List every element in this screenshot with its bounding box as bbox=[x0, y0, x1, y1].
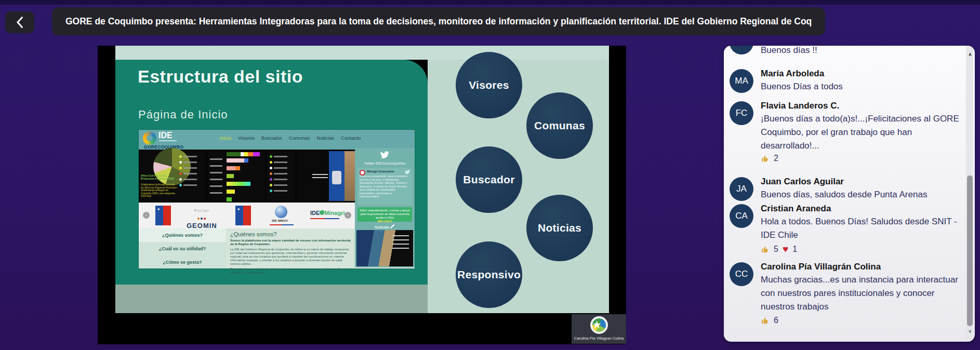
ide-logo-text: IDE bbox=[158, 131, 173, 140]
tweet-text: Estamos preparando, para el próximo vier… bbox=[360, 174, 410, 198]
chat-message-text: Buenos días, saludos desde Punta Arenas bbox=[761, 188, 964, 201]
bar-labels bbox=[210, 158, 222, 194]
chat-scrollbar-thumb[interactable] bbox=[967, 176, 973, 326]
legend-list bbox=[179, 155, 197, 186]
dashboard-pie-panel: Sitios Con Figura De Protección Ambienta… bbox=[139, 151, 206, 201]
about-paragraph: La IDE del Gobierno Regional de Coquimbo… bbox=[230, 248, 351, 266]
bubble-visores: Visores bbox=[456, 52, 522, 118]
chat-message-text: Buenos días !! bbox=[761, 46, 964, 57]
site-nav-comunas: Comunas bbox=[289, 135, 310, 141]
map-region-shape bbox=[332, 171, 341, 184]
ide-minvu-label: IDE MINVU bbox=[272, 219, 288, 222]
pie-panel-title: Sitios Con Figura De Protección Ambienta… bbox=[141, 174, 177, 180]
ide-chile-link: IDE CHILE bbox=[378, 220, 392, 223]
dashboard-map-panel bbox=[297, 151, 355, 201]
site-nav-visores: Visores bbox=[238, 135, 255, 141]
about-content: ¿Quiénes somos? Somos la plataforma con … bbox=[230, 231, 351, 276]
chat-author: Flavia Landeros C. bbox=[761, 101, 839, 111]
site-nav-contacto: Contacto bbox=[341, 135, 361, 141]
site-dashboard: Sitios Con Figura De Protección Ambienta… bbox=[139, 150, 355, 203]
bar-chart bbox=[227, 158, 250, 201]
chat-author: María Arboleda bbox=[761, 69, 824, 79]
presenter-logo-icon: ★ bbox=[590, 316, 608, 334]
carousel-prev-icon: ‹ bbox=[143, 212, 150, 219]
live-chat-panel: BV Buenos días !! MA María Arboleda Buen… bbox=[724, 46, 975, 342]
thumbs-up-icon bbox=[761, 245, 770, 254]
back-chevron-icon bbox=[16, 16, 24, 29]
back-button[interactable] bbox=[5, 11, 34, 33]
site-nav-inicio: Inicio bbox=[220, 135, 231, 141]
slide-title: Estructura del sitio bbox=[138, 66, 303, 87]
top-strip bbox=[0, 0, 980, 5]
avatar[interactable]: CA bbox=[730, 204, 753, 228]
ministerio-logo: ★ bbox=[235, 206, 251, 225]
chat-author: Juan Carlos Aguilar bbox=[761, 177, 844, 187]
avatar[interactable]: MA bbox=[730, 69, 753, 93]
map-labels bbox=[312, 174, 328, 178]
pencil-icon bbox=[390, 224, 395, 228]
about-lead: Somos la plataforma con la mayor cantida… bbox=[230, 239, 351, 246]
heart-icon: ♥ bbox=[783, 245, 788, 253]
tweet-avatar bbox=[360, 170, 365, 176]
ide-minagri-logo: IDEMinagri bbox=[310, 210, 345, 216]
bubble-buscador: Buscador bbox=[456, 146, 522, 213]
ide-logo-icon bbox=[143, 131, 156, 145]
chat-message-text: Buenos Días a todos bbox=[761, 80, 964, 93]
stacked-bar bbox=[227, 152, 260, 156]
slide-footer-band bbox=[115, 285, 428, 313]
avatar[interactable]: JA bbox=[730, 177, 753, 201]
video-title: GORE de Coquimbo presenta: Herramientas … bbox=[65, 16, 812, 27]
scroll-up-icon[interactable]: ▲ bbox=[968, 51, 973, 57]
thumbs-up-icon bbox=[761, 154, 770, 163]
app-window: GORE de Coquimbo presenta: Herramientas … bbox=[0, 0, 980, 350]
tab-quienes-somos: ¿Quiénes somos? bbox=[139, 228, 226, 242]
slide-top-strip bbox=[115, 46, 609, 60]
news-thumbnail bbox=[356, 230, 413, 266]
avatar[interactable]: CC bbox=[730, 262, 753, 286]
twitter-widget: Twitter IDEGorecoquimbo Minagri Araucaní… bbox=[355, 148, 415, 267]
reaction-count: 5 ♥ 1 bbox=[761, 245, 797, 254]
chat-message-text: ¡Buenos días a todo(a)s!...¡Felicitacion… bbox=[761, 112, 964, 153]
about-paragraph: Este trabajo es impulsado desde la regió… bbox=[230, 267, 351, 275]
about-heading: ¿Quiénes somos? bbox=[230, 231, 351, 237]
gobierno-chile-logo: ★ bbox=[155, 206, 171, 225]
avatar[interactable]: FC bbox=[730, 101, 753, 125]
reaction-count: 2 bbox=[761, 154, 778, 163]
carousel-next-icon: › bbox=[345, 212, 351, 219]
site-header: IDE GORECOQUIMBO Inicio Visores Buscador… bbox=[139, 130, 415, 150]
minagri-underline bbox=[310, 218, 339, 219]
avatar[interactable]: BV bbox=[730, 46, 753, 55]
chat-message-text: Muchas gracias...es una instancia para i… bbox=[761, 273, 964, 314]
dashboard-legend-panel bbox=[267, 151, 295, 201]
map-land bbox=[345, 151, 355, 201]
chat-author: Cristian Araneda bbox=[761, 204, 831, 214]
noticias-label: Noticias bbox=[355, 224, 415, 230]
tab-como-se-gesta: ¿Cómo se gesta? bbox=[139, 255, 226, 269]
ide-minvu-globe-icon bbox=[275, 206, 287, 218]
site-nav-noticias: Noticias bbox=[317, 135, 335, 141]
bubble-noticias: Noticias bbox=[526, 195, 593, 261]
bubble-comunas: Comunas bbox=[526, 92, 593, 159]
about-tabs: ¿Quiénes somos? ¿Cuál es su utilidad? ¿C… bbox=[139, 228, 226, 268]
twitter-banner: Sobre estandarización, normas y apoyo pa… bbox=[357, 207, 412, 222]
presenter-name: Carolina Pia Villagran Colina bbox=[572, 336, 626, 341]
presenter-webcam-thumbnail: ★ Carolina Pia Villagran Colina bbox=[572, 314, 626, 344]
dashboard-bar-panel bbox=[208, 151, 265, 201]
site-nav-buscador: Buscador bbox=[261, 135, 282, 141]
legend-list bbox=[270, 155, 287, 192]
portal-geomin-logo: Portal GEOMIN bbox=[187, 209, 217, 230]
site-logo-carousel: ‹ ★ Portal GEOMIN ★ IDE MINVU IDEMinagri… bbox=[139, 203, 355, 228]
pie-panel-text: Colaboramos la Actualización de los Siti… bbox=[141, 183, 177, 198]
tweet-bird-icon bbox=[405, 170, 410, 174]
reaction-count: 6 bbox=[761, 316, 778, 325]
thumbs-up-icon bbox=[761, 316, 770, 325]
tab-utilidad: ¿Cuál es su utilidad? bbox=[139, 242, 226, 255]
twitter-widget-title: Twitter IDEGorecoquimbo bbox=[355, 161, 415, 165]
scroll-down-icon[interactable]: ▼ bbox=[968, 329, 973, 334]
site-nav: Inicio Visores Buscador Comunas Noticias… bbox=[220, 135, 361, 141]
website-screenshot: IDE GORECOQUIMBO Inicio Visores Buscador… bbox=[139, 130, 415, 268]
video-title-bar: GORE de Coquimbo presenta: Herramientas … bbox=[52, 7, 825, 35]
tweet-author: Minagri Araucanía bbox=[367, 170, 410, 173]
ide-logo-subline bbox=[159, 140, 177, 141]
chat-author: Carolina Pía Villagrán Colina bbox=[761, 262, 881, 272]
